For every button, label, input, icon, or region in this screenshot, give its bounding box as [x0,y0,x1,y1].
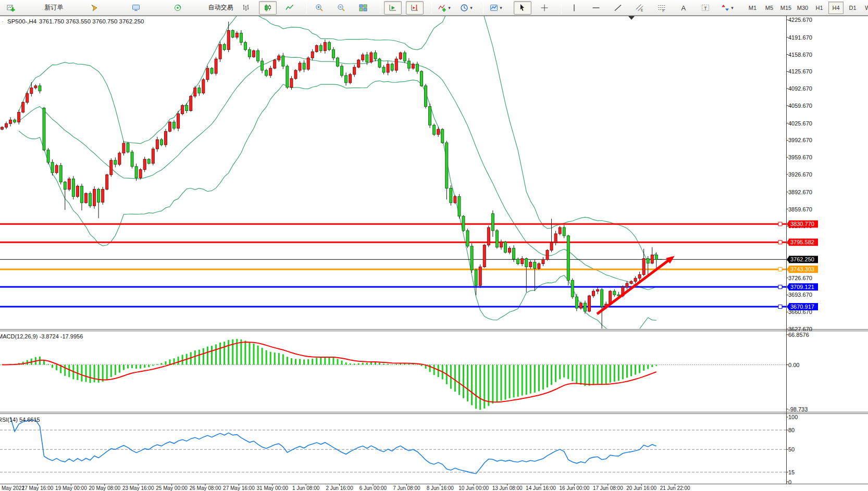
candle[interactable] [253,49,255,58]
candle[interactable] [567,235,569,285]
candle[interactable] [307,56,309,71]
candle[interactable] [143,157,146,172]
candle[interactable] [613,289,616,297]
candle[interactable] [626,281,628,289]
candle[interactable] [235,31,238,39]
candle[interactable] [9,117,12,127]
candle[interactable] [26,92,29,104]
candle[interactable] [1,126,4,130]
candle[interactable] [470,243,473,273]
candle[interactable] [169,121,171,132]
candle[interactable] [445,141,448,199]
candle[interactable] [147,158,150,165]
level-handle[interactable] [778,268,782,271]
candle[interactable] [139,168,142,180]
candle[interactable] [135,163,138,181]
candle[interactable] [202,78,205,95]
chart-shift-marker[interactable] [628,16,635,20]
candle[interactable] [156,137,158,152]
candle[interactable] [164,129,167,147]
candle[interactable] [39,83,41,93]
chevron-down-icon[interactable]: ▾ [500,5,502,10]
quotes-button[interactable] [85,1,103,15]
candle[interactable] [22,102,24,114]
candle[interactable] [374,51,377,61]
candle[interactable] [399,52,402,60]
candle[interactable] [521,256,524,266]
candle[interactable] [319,44,322,53]
candle[interactable] [483,244,486,268]
new-order-button[interactable]: 新订单 [44,1,61,15]
candle[interactable] [18,110,20,124]
candle[interactable] [458,194,461,219]
candle[interactable] [429,104,431,128]
autotrading-button[interactable]: 自动交易 [210,1,228,15]
candle[interactable] [80,184,83,210]
candle[interactable] [85,192,88,204]
candle[interactable] [584,300,586,313]
level-handle[interactable] [778,305,782,309]
candle[interactable] [517,258,519,266]
candle[interactable] [282,53,284,69]
candle[interactable] [118,152,121,166]
candle[interactable] [240,30,242,45]
timeframe-m5-button[interactable]: M5 [762,2,777,14]
candle[interactable] [450,185,452,206]
candle[interactable] [122,141,125,155]
candle[interactable] [454,195,456,205]
candle[interactable] [286,65,289,89]
candle[interactable] [181,104,184,116]
candle[interactable] [416,61,418,73]
candle[interactable] [68,177,70,191]
candle[interactable] [441,128,444,144]
candle[interactable] [265,69,268,77]
candle[interactable] [59,163,62,184]
candle[interactable] [407,58,410,71]
candle[interactable] [198,85,201,96]
candle[interactable] [341,64,343,77]
candle[interactable] [462,215,465,232]
candle[interactable] [231,30,234,39]
candle[interactable] [487,225,490,247]
candle[interactable] [647,256,649,275]
macd-panel-divider[interactable] [0,330,868,331]
candle[interactable] [315,44,318,53]
candle[interactable] [571,279,574,299]
candle[interactable] [597,287,599,294]
candle[interactable] [345,72,348,85]
candle[interactable] [47,148,49,164]
zoom-out-button[interactable] [332,1,350,15]
candle[interactable] [257,48,259,62]
bar-chart-button[interactable] [237,1,255,15]
candle[interactable] [395,56,398,72]
candle[interactable] [357,59,360,68]
candle[interactable] [328,41,330,51]
candle[interactable] [491,210,494,237]
candle[interactable] [72,176,75,199]
zoom-in-button[interactable] [311,1,328,15]
candle[interactable] [190,95,192,112]
candle[interactable] [294,69,297,80]
signals-button[interactable] [169,1,187,15]
templates-button[interactable]: ▾ [487,1,505,15]
level-handle[interactable] [778,285,782,289]
candle[interactable] [425,84,427,108]
candle[interactable] [127,142,129,153]
chart-canvas[interactable]: 4225.6704191.6704158.6704125.6704092.670… [0,16,868,491]
candle[interactable] [337,57,339,67]
chart-window[interactable]: 4225.6704191.6704158.6704125.6704092.670… [0,16,868,491]
metaeditor-button[interactable] [127,1,145,15]
candle[interactable] [269,66,272,78]
candle[interactable] [14,118,16,123]
candle[interactable] [403,51,406,62]
cursor-button[interactable] [514,1,531,15]
candle[interactable] [55,164,58,174]
candle[interactable] [303,60,305,72]
trendline-button[interactable] [609,1,627,15]
new-chart-button[interactable] [2,1,20,15]
candle[interactable] [131,150,133,168]
chevron-down-icon[interactable]: ▾ [448,5,451,10]
level-handle[interactable] [778,222,782,226]
candle[interactable] [173,120,176,130]
candle[interactable] [261,58,264,73]
